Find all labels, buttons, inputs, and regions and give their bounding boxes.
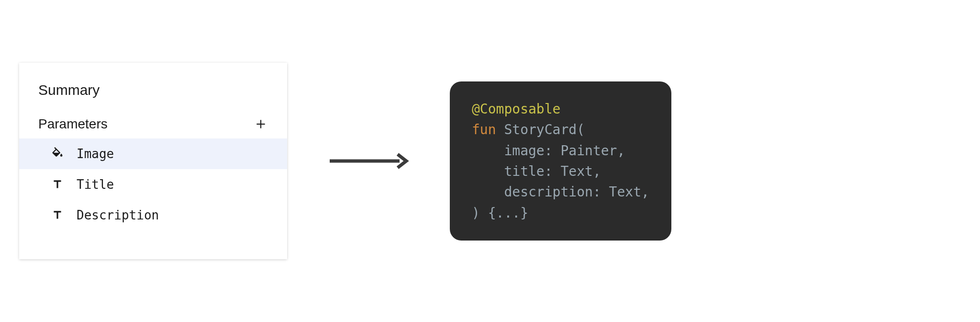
fill-icon <box>50 146 65 161</box>
code-closing: ) {...} <box>472 205 528 221</box>
code-param-image: image: Painter, <box>504 143 625 159</box>
code-snippet: @Composable fun StoryCard( image: Painte… <box>450 81 671 241</box>
parameters-section-header: Parameters <box>19 112 287 138</box>
arrow-right-icon <box>328 152 409 170</box>
text-icon <box>50 207 65 223</box>
code-func-name: StoryCard <box>504 122 577 138</box>
parameter-item-image[interactable]: Image <box>19 138 287 169</box>
parameter-item-title[interactable]: Title <box>19 169 287 200</box>
parameter-label: Image <box>77 147 114 161</box>
parameter-item-description[interactable]: Description <box>19 200 287 230</box>
code-param-description: description: Text, <box>504 184 649 200</box>
code-keyword-fun: fun <box>472 122 496 138</box>
parameters-panel: Summary Parameters Image Title <box>19 63 287 259</box>
text-icon <box>50 177 65 192</box>
panel-title: Summary <box>19 82 287 112</box>
code-open-paren: ( <box>577 122 585 138</box>
parameter-list: Image Title Description <box>19 138 287 230</box>
parameter-label: Title <box>77 177 114 192</box>
code-param-title: title: Text, <box>504 163 601 179</box>
arrow-right <box>325 151 412 171</box>
section-label: Parameters <box>38 116 108 132</box>
code-annotation: @Composable <box>472 101 560 117</box>
add-parameter-button[interactable] <box>254 117 268 131</box>
plus-icon <box>255 118 267 130</box>
parameter-label: Description <box>77 208 159 222</box>
